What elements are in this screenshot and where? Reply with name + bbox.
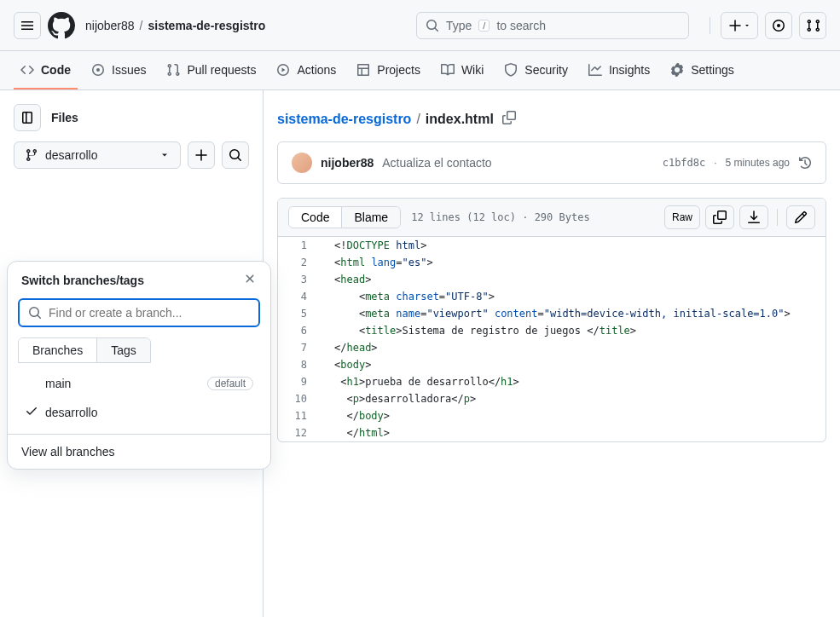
copy-raw-button[interactable] (705, 205, 734, 229)
issue-icon (772, 19, 785, 32)
line-number[interactable]: 11 (278, 407, 321, 424)
latest-commit-box: nijober88 Actualiza el contacto c1bfd8c … (277, 141, 826, 184)
global-search[interactable]: Type / to search (416, 12, 689, 39)
branch-search-field[interactable] (49, 306, 250, 320)
line-number[interactable]: 7 (278, 339, 321, 356)
code-line[interactable]: 1<!DOCTYPE html> (278, 237, 826, 254)
owner-link[interactable]: nijober88 (85, 19, 135, 32)
code-line[interactable]: 11 </body> (278, 407, 826, 424)
nav-actions[interactable]: Actions (269, 52, 343, 89)
line-number[interactable]: 6 (278, 322, 321, 339)
nav-pulls[interactable]: Pull requests (159, 52, 263, 89)
code-tab-button[interactable]: Code (289, 207, 341, 228)
tab-tags[interactable]: Tags (97, 338, 150, 362)
branch-search-input[interactable] (18, 298, 260, 327)
line-content: <meta charset="UTF-8"> (321, 288, 826, 305)
tab-branches[interactable]: Branches (19, 338, 97, 362)
commit-time: 5 minutes ago (726, 157, 790, 169)
line-content: <html lang="es"> (321, 254, 826, 271)
commit-author[interactable]: nijober88 (321, 156, 374, 170)
files-heading: Files (51, 111, 78, 124)
menu-button[interactable] (14, 12, 41, 39)
line-number[interactable]: 5 (278, 305, 321, 322)
code-line[interactable]: 6 <title>Sistema de registro de juegos <… (278, 322, 826, 339)
author-avatar[interactable] (292, 153, 312, 173)
line-number[interactable]: 10 (278, 390, 321, 407)
current-branch-name: desarrollo (45, 148, 97, 162)
repo-root-link[interactable]: sistema-de-resgistro (277, 112, 411, 127)
code-line[interactable]: 12 </html> (278, 424, 826, 441)
download-icon (747, 210, 761, 224)
search-icon (28, 306, 42, 320)
line-number[interactable]: 12 (278, 424, 321, 441)
nav-issues[interactable]: Issues (84, 52, 153, 89)
default-badge: default (207, 377, 253, 390)
issues-button[interactable] (765, 12, 792, 39)
nav-security[interactable]: Security (497, 52, 575, 89)
edit-file-button[interactable] (786, 205, 815, 229)
path-sep: / (416, 112, 420, 127)
line-number[interactable]: 2 (278, 254, 321, 271)
hamburger-icon (20, 19, 34, 32)
line-content: <title>Sistema de registro de juegos </t… (321, 322, 826, 339)
branch-select-button[interactable]: desarrollo (14, 141, 181, 169)
branch-name: desarrollo (45, 406, 97, 419)
pencil-icon (794, 210, 808, 224)
pull-request-icon (806, 19, 820, 32)
nav-code[interactable]: Code (14, 52, 78, 89)
sidebar-collapse-icon (20, 111, 34, 124)
line-content: </head> (321, 339, 826, 356)
line-number[interactable]: 9 (278, 373, 321, 390)
line-content: </html> (321, 424, 826, 441)
blame-tab-button[interactable]: Blame (341, 207, 400, 228)
pulls-button[interactable] (799, 12, 826, 39)
code-line[interactable]: 3<head> (278, 271, 826, 288)
add-file-button[interactable] (188, 141, 215, 169)
line-content: <h1>prueba de desarrollo</h1> (321, 373, 826, 390)
nav-code-label: Code (41, 63, 71, 77)
nav-settings[interactable]: Settings (663, 52, 741, 89)
book-icon (441, 63, 455, 77)
code-line[interactable]: 4 <meta charset="UTF-8"> (278, 288, 826, 305)
code-line[interactable]: 5 <meta name="viewport" content="width=d… (278, 305, 826, 322)
github-icon (48, 12, 75, 39)
branch-item[interactable]: desarrollo (8, 397, 270, 427)
code-line[interactable]: 9 <h1>prueba de desarrollo</h1> (278, 373, 826, 390)
line-number[interactable]: 1 (278, 237, 321, 254)
download-raw-button[interactable] (739, 205, 768, 229)
commit-sha[interactable]: c1bfd8c (663, 157, 706, 169)
line-number[interactable]: 3 (278, 271, 321, 288)
code-icon (20, 63, 34, 77)
search-files-button[interactable] (222, 141, 249, 169)
github-logo[interactable] (48, 12, 75, 39)
popup-title: Switch branches/tags (21, 274, 144, 287)
branch-switcher-popup: Switch branches/tags Branches Tags maind… (7, 261, 271, 470)
nav-wiki-label: Wiki (461, 63, 484, 77)
panel-toggle-button[interactable] (14, 104, 41, 131)
line-number[interactable]: 8 (278, 356, 321, 373)
view-all-branches-link[interactable]: View all branches (8, 434, 270, 469)
play-icon (276, 63, 290, 77)
nav-wiki[interactable]: Wiki (434, 52, 490, 89)
branch-name: main (45, 377, 71, 390)
history-icon[interactable] (798, 156, 812, 170)
search-icon (426, 19, 439, 32)
branch-item[interactable]: maindefault (8, 370, 270, 397)
check-mark (25, 404, 38, 420)
code-line[interactable]: 8<body> (278, 356, 826, 373)
x-icon (243, 272, 257, 285)
code-line[interactable]: 2<html lang="es"> (278, 254, 826, 271)
raw-button[interactable]: Raw (664, 205, 700, 229)
repo-link[interactable]: sistema-de-resgistro (148, 19, 266, 32)
nav-insights[interactable]: Insights (582, 52, 657, 89)
code-line[interactable]: 7</head> (278, 339, 826, 356)
nav-projects[interactable]: Projects (350, 52, 427, 89)
commit-message[interactable]: Actualiza el contacto (382, 156, 491, 170)
line-number[interactable]: 4 (278, 288, 321, 305)
copy-path-button[interactable] (502, 111, 516, 128)
code-line[interactable]: 10 <p>desarrolladora</p> (278, 390, 826, 407)
code-table: 1<!DOCTYPE html>2<html lang="es">3<head>… (278, 237, 826, 441)
line-content: <p>desarrolladora</p> (321, 390, 826, 407)
create-new-button[interactable] (721, 12, 758, 39)
popup-close-button[interactable] (243, 272, 257, 288)
